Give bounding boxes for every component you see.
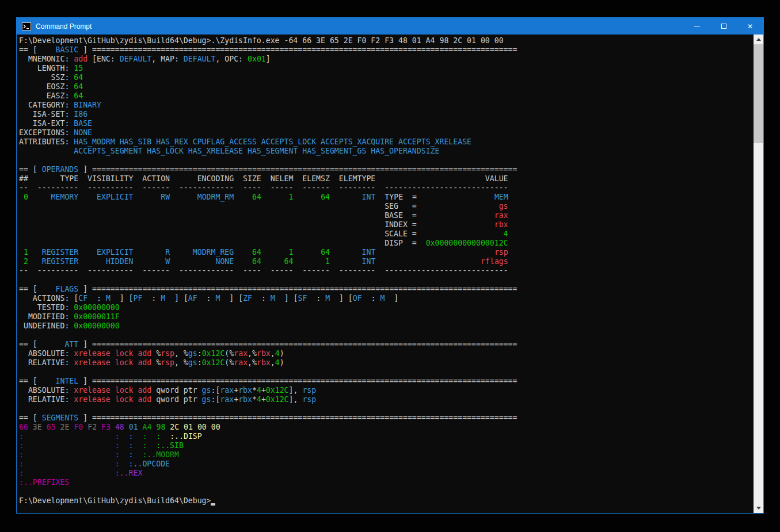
terminal-line: == [ SEGMENTS ] ========================… bbox=[19, 414, 754, 423]
terminal-line: ABSOLUTE: xrelease lock add qword ptr gs… bbox=[19, 386, 754, 395]
terminal-line: INDEX = rbx bbox=[19, 220, 754, 229]
maximize-button[interactable] bbox=[710, 18, 737, 35]
terminal-line: SEG = gs bbox=[19, 202, 754, 211]
terminal-line: RELATIVE: xrelease lock add qword ptr gs… bbox=[19, 395, 754, 404]
terminal-line: == [ INTEL ] ===========================… bbox=[19, 377, 754, 386]
terminal-line: == [ ATT ] =============================… bbox=[19, 340, 754, 349]
terminal-line bbox=[19, 156, 754, 165]
terminal-line: : : : :..MODRM bbox=[19, 450, 754, 460]
minimize-button[interactable] bbox=[684, 18, 710, 35]
terminal-line: : : :..OPCODE bbox=[19, 460, 754, 469]
scroll-up-button[interactable] bbox=[754, 35, 763, 44]
terminal-line: == [ BASIC ] ===========================… bbox=[19, 45, 754, 55]
terminal-line: RELATIVE: xrelease lock add %rsp, %gs:0x… bbox=[19, 358, 754, 368]
terminal-output[interactable]: F:\Development\GitHub\zydis\Build64\Debu… bbox=[17, 35, 754, 513]
terminal-line: ACTIONS: [CF : M ] [PF : M ] [AF : M ] [… bbox=[19, 294, 754, 303]
terminal-line: EXCEPTIONS: NONE bbox=[19, 128, 754, 137]
terminal-line: CATEGORY: BINARY bbox=[19, 101, 754, 110]
minimize-icon bbox=[694, 26, 700, 26]
scroll-up-icon bbox=[756, 38, 761, 41]
terminal-line: ## TYPE VISIBILITY ACTION ENCODING SIZE … bbox=[19, 174, 754, 183]
terminal-line: SCALE = 4 bbox=[19, 229, 754, 239]
terminal-line: UNDEFINED: 0x00000000 bbox=[19, 322, 754, 331]
terminal-line: : : : : :..SIB bbox=[19, 441, 754, 450]
terminal-line: ACCEPTS_SEGMENT HAS_LOCK HAS_XRELEASE HA… bbox=[19, 147, 754, 156]
terminal-line: EASZ: 64 bbox=[19, 91, 754, 101]
terminal-line: BASE = rax bbox=[19, 211, 754, 220]
terminal-line: F:\Development\GitHub\zydis\Build64\Debu… bbox=[19, 496, 754, 506]
terminal-line: == [ OPERANDS ] ========================… bbox=[19, 165, 754, 174]
close-icon: ✕ bbox=[747, 23, 753, 30]
terminal-line: : : : : : :..DISP bbox=[19, 432, 754, 441]
titlebar[interactable]: Command Prompt ✕ bbox=[17, 18, 763, 35]
scrollbar-thumb[interactable] bbox=[754, 44, 763, 143]
cmd-icon bbox=[22, 22, 31, 30]
terminal-line: MODIFIED: 0x0000011F bbox=[19, 312, 754, 322]
terminal-line: : :..REX bbox=[19, 469, 754, 478]
terminal-line bbox=[19, 404, 754, 414]
terminal-line: EOSZ: 64 bbox=[19, 82, 754, 91]
terminal-line: == [ FLAGS ] ===========================… bbox=[19, 285, 754, 294]
window-title: Command Prompt bbox=[36, 22, 92, 30]
terminal-line: -- --------- ---------- ------ ---------… bbox=[19, 266, 754, 275]
terminal-line: TESTED: 0x00000000 bbox=[19, 303, 754, 312]
terminal-line: 66 3E 65 2E F0 F2 F3 48 01 A4 98 2C 01 0… bbox=[19, 423, 754, 432]
maximize-icon bbox=[721, 24, 726, 29]
terminal-line: MNEMONIC: add [ENC: DEFAULT, MAP: DEFAUL… bbox=[19, 55, 754, 64]
terminal-line: ATTRIBUTES: HAS_MODRM HAS_SIB HAS_REX CP… bbox=[19, 137, 754, 147]
terminal-line: -- --------- ---------- ------ ---------… bbox=[19, 183, 754, 193]
terminal-line: ISA-EXT: BASE bbox=[19, 119, 754, 128]
terminal-line: ABSOLUTE: xrelease lock add %rsp, %gs:0x… bbox=[19, 349, 754, 358]
scrollbar[interactable] bbox=[754, 35, 763, 513]
command-prompt-window: Command Prompt ✕ F:\Development\GitHub\z… bbox=[16, 17, 764, 514]
terminal-line bbox=[19, 368, 754, 377]
terminal-line: :..PREFIXES bbox=[19, 478, 754, 487]
terminal-line: LENGTH: 15 bbox=[19, 64, 754, 73]
terminal-line: 1 REGISTER EXPLICIT R MODRM_REG 64 1 64 … bbox=[19, 248, 754, 257]
close-button[interactable]: ✕ bbox=[737, 18, 763, 35]
terminal-line: SSZ: 64 bbox=[19, 73, 754, 82]
terminal-line bbox=[19, 331, 754, 340]
terminal-cursor bbox=[211, 496, 215, 506]
terminal-line: F:\Development\GitHub\zydis\Build64\Debu… bbox=[19, 36, 754, 45]
terminal-line: 0 MEMORY EXPLICIT RW MODRM_RM 64 1 64 IN… bbox=[19, 193, 754, 202]
terminal-line: DISP = 0x000000000000012C bbox=[19, 239, 754, 248]
terminal-line: 2 REGISTER HIDDEN W NONE 64 64 1 INT rfl… bbox=[19, 257, 754, 266]
scroll-down-icon bbox=[756, 507, 761, 510]
scroll-down-button[interactable] bbox=[754, 503, 763, 513]
console-body: F:\Development\GitHub\zydis\Build64\Debu… bbox=[17, 35, 763, 513]
terminal-line bbox=[19, 275, 754, 285]
terminal-line bbox=[19, 487, 754, 496]
terminal-line: ISA-SET: I86 bbox=[19, 110, 754, 119]
window-controls: ✕ bbox=[684, 18, 763, 35]
